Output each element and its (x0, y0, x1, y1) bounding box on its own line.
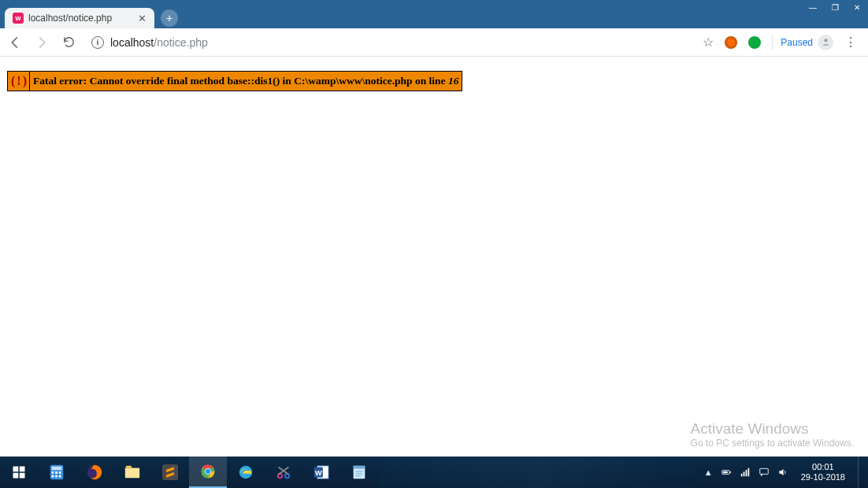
title-bar (0, 0, 868, 6)
svg-rect-32 (729, 471, 730, 473)
maximize-button[interactable]: ❐ (824, 0, 846, 14)
svg-rect-8 (55, 471, 57, 474)
paused-label: Paused (781, 37, 813, 48)
avatar-icon (818, 35, 833, 50)
svg-rect-4 (20, 473, 25, 479)
svg-rect-38 (759, 468, 768, 474)
extension-icon-1[interactable] (725, 36, 737, 49)
svg-point-19 (205, 468, 211, 475)
forward-button[interactable] (33, 34, 50, 51)
taskbar-app-firefox[interactable] (76, 457, 113, 488)
clock-date: 29-10-2018 (801, 472, 845, 482)
activate-windows-watermark: Activate Windows Go to PC settings to ac… (691, 420, 854, 449)
url-bar[interactable]: i localhost/notice.php (87, 36, 693, 49)
tab-strip: w localhost/notice.php ✕ + (0, 6, 868, 28)
tab-title: localhost/notice.php (28, 13, 112, 24)
start-button[interactable] (0, 457, 38, 488)
taskbar-clock[interactable]: 00:01 29-10-2018 (796, 462, 850, 482)
kebab-menu-icon[interactable]: ⋮ (844, 35, 857, 50)
favicon-icon: w (13, 13, 24, 24)
url-host: localhost (110, 36, 154, 49)
close-window-button[interactable]: ✕ (846, 0, 868, 14)
svg-rect-15 (162, 464, 178, 480)
taskbar-app-sublime[interactable] (151, 457, 189, 488)
svg-rect-9 (59, 471, 61, 474)
svg-rect-33 (723, 471, 728, 473)
php-error-box: ( ! ) Fatal error: Cannot override final… (7, 71, 462, 91)
svg-rect-12 (59, 475, 61, 478)
window-controls: — ❐ ✕ (802, 0, 868, 14)
error-body: Cannot override final method base::dis1(… (90, 75, 448, 87)
browser-tab[interactable]: w localhost/notice.php ✕ (5, 8, 154, 28)
toolbar-right: ☆ Paused ⋮ (703, 35, 862, 50)
error-bang-icon: ( ! ) (7, 71, 29, 91)
profile-paused[interactable]: Paused (772, 35, 833, 50)
network-icon[interactable] (740, 467, 751, 478)
action-center-icon[interactable] (759, 467, 770, 478)
tray-overflow-icon[interactable]: ▲ (704, 468, 713, 477)
svg-point-22 (285, 474, 290, 479)
svg-rect-1 (13, 467, 19, 472)
taskbar-app-explorer[interactable] (113, 457, 151, 488)
taskbar-app-notepad[interactable] (340, 457, 378, 488)
error-message: Fatal error: Cannot override final metho… (29, 71, 463, 91)
svg-rect-10 (52, 475, 54, 478)
svg-rect-3 (13, 473, 19, 479)
url-text: localhost/notice.php (110, 36, 208, 49)
svg-point-0 (824, 39, 827, 42)
taskbar-app-word[interactable]: W (302, 457, 340, 488)
page-content: ( ! ) Fatal error: Cannot override final… (0, 57, 868, 457)
reload-button[interactable] (60, 34, 77, 51)
back-button[interactable] (6, 34, 24, 51)
taskbar-left: W (0, 457, 378, 488)
svg-rect-34 (740, 474, 742, 477)
svg-rect-36 (745, 470, 747, 476)
show-desktop-button[interactable] (858, 457, 863, 488)
bookmark-star-icon[interactable]: ☆ (703, 35, 714, 50)
svg-rect-27 (354, 466, 365, 469)
taskbar-app-calculator[interactable] (38, 457, 76, 488)
watermark-sub: Go to PC settings to activate Windows. (691, 438, 854, 449)
minimize-button[interactable]: — (802, 0, 824, 14)
site-info-icon[interactable]: i (91, 36, 104, 49)
volume-icon[interactable] (777, 467, 788, 478)
watermark-title: Activate Windows (691, 420, 854, 438)
system-tray: ▲ 00:01 29-10-2018 (699, 457, 868, 488)
taskbar-app-ie[interactable] (227, 457, 265, 488)
battery-icon[interactable] (721, 467, 732, 478)
new-tab-button[interactable]: + (161, 9, 178, 27)
svg-text:W: W (315, 469, 322, 477)
clock-time: 00:01 (801, 462, 845, 472)
address-bar: i localhost/notice.php ☆ Paused ⋮ (0, 28, 868, 57)
svg-rect-37 (747, 468, 749, 477)
close-tab-icon[interactable]: ✕ (138, 13, 147, 24)
error-prefix: Fatal error: (33, 75, 90, 87)
svg-rect-35 (743, 471, 744, 476)
svg-rect-7 (52, 471, 54, 474)
error-line: 16 (448, 75, 459, 87)
taskbar-app-chrome[interactable] (189, 457, 227, 488)
extension-icon-2[interactable] (748, 36, 761, 49)
svg-point-21 (278, 474, 283, 479)
taskbar-app-snip[interactable] (265, 457, 302, 488)
svg-rect-2 (20, 467, 25, 472)
taskbar: W ▲ 00:01 29-10-2018 (0, 457, 868, 488)
svg-rect-14 (125, 468, 139, 479)
svg-rect-6 (52, 467, 62, 471)
svg-rect-11 (55, 475, 57, 478)
url-path: /notice.php (154, 36, 208, 49)
taskbar-spacer (378, 457, 699, 488)
